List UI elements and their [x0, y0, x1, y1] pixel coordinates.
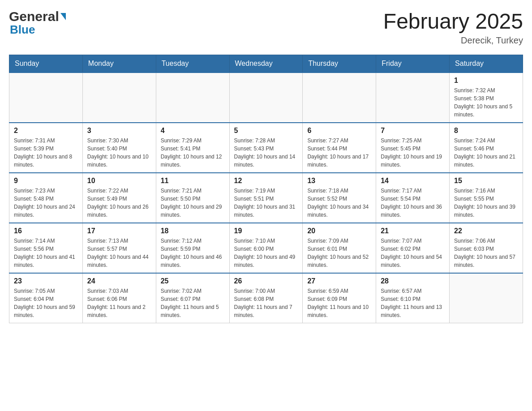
day-info: Sunrise: 7:19 AM Sunset: 5:51 PM Dayligh…: [234, 187, 298, 219]
day-cell: 24Sunrise: 7:03 AM Sunset: 6:06 PM Dayli…: [82, 273, 156, 323]
day-info: Sunrise: 7:12 AM Sunset: 5:59 PM Dayligh…: [161, 237, 225, 269]
day-number: 17: [87, 227, 151, 235]
week-row-4: 16Sunrise: 7:14 AM Sunset: 5:56 PM Dayli…: [9, 223, 523, 273]
calendar-table: Sunday Monday Tuesday Wednesday Thursday…: [9, 55, 523, 323]
day-cell: [450, 273, 523, 323]
day-cell: 15Sunrise: 7:16 AM Sunset: 5:55 PM Dayli…: [450, 173, 523, 223]
day-number: 22: [454, 227, 518, 235]
day-info: Sunrise: 7:18 AM Sunset: 5:52 PM Dayligh…: [307, 187, 371, 219]
day-info: Sunrise: 7:27 AM Sunset: 5:44 PM Dayligh…: [307, 137, 371, 169]
day-cell: 17Sunrise: 7:13 AM Sunset: 5:57 PM Dayli…: [82, 223, 156, 273]
day-info: Sunrise: 7:05 AM Sunset: 6:04 PM Dayligh…: [14, 287, 78, 319]
col-wednesday: Wednesday: [229, 55, 303, 73]
day-info: Sunrise: 7:07 AM Sunset: 6:02 PM Dayligh…: [381, 237, 445, 269]
day-info: Sunrise: 7:13 AM Sunset: 5:57 PM Dayligh…: [87, 237, 151, 269]
day-cell: 2Sunrise: 7:31 AM Sunset: 5:39 PM Daylig…: [9, 123, 83, 173]
day-number: 9: [14, 177, 78, 185]
day-info: Sunrise: 7:17 AM Sunset: 5:54 PM Dayligh…: [381, 187, 445, 219]
day-cell: 9Sunrise: 7:23 AM Sunset: 5:48 PM Daylig…: [9, 173, 83, 223]
day-number: 25: [161, 277, 225, 285]
day-info: Sunrise: 7:14 AM Sunset: 5:56 PM Dayligh…: [14, 237, 78, 269]
day-info: Sunrise: 6:57 AM Sunset: 6:10 PM Dayligh…: [381, 287, 445, 319]
col-saturday: Saturday: [450, 55, 523, 73]
day-number: 18: [161, 227, 225, 235]
day-info: Sunrise: 7:31 AM Sunset: 5:39 PM Dayligh…: [14, 137, 78, 169]
day-cell: 21Sunrise: 7:07 AM Sunset: 6:02 PM Dayli…: [376, 223, 450, 273]
logo: General Blue: [9, 9, 66, 35]
subtitle: Derecik, Turkey: [383, 35, 523, 46]
day-cell: 6Sunrise: 7:27 AM Sunset: 5:44 PM Daylig…: [303, 123, 376, 173]
day-cell: 27Sunrise: 6:59 AM Sunset: 6:09 PM Dayli…: [303, 273, 376, 323]
day-info: Sunrise: 7:02 AM Sunset: 6:07 PM Dayligh…: [161, 287, 225, 319]
day-info: Sunrise: 7:09 AM Sunset: 6:01 PM Dayligh…: [307, 237, 371, 269]
day-cell: 22Sunrise: 7:06 AM Sunset: 6:03 PM Dayli…: [450, 223, 523, 273]
day-cell: 20Sunrise: 7:09 AM Sunset: 6:01 PM Dayli…: [303, 223, 376, 273]
day-cell: 8Sunrise: 7:24 AM Sunset: 5:46 PM Daylig…: [450, 123, 523, 173]
day-cell: 18Sunrise: 7:12 AM Sunset: 5:59 PM Dayli…: [156, 223, 229, 273]
day-cell: 28Sunrise: 6:57 AM Sunset: 6:10 PM Dayli…: [376, 273, 450, 323]
day-cell: [82, 73, 156, 123]
day-number: 12: [234, 177, 298, 185]
day-info: Sunrise: 7:00 AM Sunset: 6:08 PM Dayligh…: [234, 287, 298, 319]
day-info: Sunrise: 7:16 AM Sunset: 5:55 PM Dayligh…: [454, 187, 518, 219]
col-sunday: Sunday: [9, 55, 83, 73]
day-info: Sunrise: 7:32 AM Sunset: 5:38 PM Dayligh…: [454, 86, 518, 119]
day-cell: 5Sunrise: 7:28 AM Sunset: 5:43 PM Daylig…: [229, 123, 303, 173]
col-thursday: Thursday: [303, 55, 376, 73]
day-number: 4: [161, 127, 225, 135]
main-title: February 2025: [383, 9, 523, 34]
day-info: Sunrise: 7:29 AM Sunset: 5:41 PM Dayligh…: [161, 137, 225, 169]
day-cell: 14Sunrise: 7:17 AM Sunset: 5:54 PM Dayli…: [376, 173, 450, 223]
day-number: 1: [454, 77, 518, 85]
day-cell: 10Sunrise: 7:22 AM Sunset: 5:49 PM Dayli…: [82, 173, 156, 223]
day-cell: [229, 73, 303, 123]
day-cell: 19Sunrise: 7:10 AM Sunset: 6:00 PM Dayli…: [229, 223, 303, 273]
week-row-5: 23Sunrise: 7:05 AM Sunset: 6:04 PM Dayli…: [9, 273, 523, 323]
day-cell: 3Sunrise: 7:30 AM Sunset: 5:40 PM Daylig…: [82, 123, 156, 173]
day-number: 10: [87, 177, 151, 185]
calendar-header-row: Sunday Monday Tuesday Wednesday Thursday…: [9, 55, 523, 73]
day-cell: [156, 73, 229, 123]
day-info: Sunrise: 7:21 AM Sunset: 5:50 PM Dayligh…: [161, 187, 225, 219]
day-cell: 26Sunrise: 7:00 AM Sunset: 6:08 PM Dayli…: [229, 273, 303, 323]
day-cell: 1Sunrise: 7:32 AM Sunset: 5:38 PM Daylig…: [450, 73, 523, 123]
day-cell: [376, 73, 450, 123]
col-tuesday: Tuesday: [156, 55, 229, 73]
day-number: 24: [87, 277, 151, 285]
day-info: Sunrise: 7:22 AM Sunset: 5:49 PM Dayligh…: [87, 187, 151, 219]
day-cell: 11Sunrise: 7:21 AM Sunset: 5:50 PM Dayli…: [156, 173, 229, 223]
day-cell: 12Sunrise: 7:19 AM Sunset: 5:51 PM Dayli…: [229, 173, 303, 223]
day-number: 7: [381, 127, 445, 135]
day-number: 27: [307, 277, 371, 285]
day-number: 16: [14, 227, 78, 235]
day-number: 23: [14, 277, 78, 285]
day-number: 28: [381, 277, 445, 285]
day-info: Sunrise: 7:10 AM Sunset: 6:00 PM Dayligh…: [234, 237, 298, 269]
day-number: 13: [307, 177, 371, 185]
day-info: Sunrise: 7:28 AM Sunset: 5:43 PM Dayligh…: [234, 137, 298, 169]
col-friday: Friday: [376, 55, 450, 73]
day-number: 3: [87, 127, 151, 135]
logo-blue-text: Blue: [10, 24, 35, 35]
day-number: 11: [161, 177, 225, 185]
day-number: 19: [234, 227, 298, 235]
day-cell: [9, 73, 83, 123]
week-row-2: 2Sunrise: 7:31 AM Sunset: 5:39 PM Daylig…: [9, 123, 523, 173]
day-number: 21: [381, 227, 445, 235]
day-cell: 4Sunrise: 7:29 AM Sunset: 5:41 PM Daylig…: [156, 123, 229, 173]
day-cell: 7Sunrise: 7:25 AM Sunset: 5:45 PM Daylig…: [376, 123, 450, 173]
day-cell: [303, 73, 376, 123]
logo-general-text: General: [9, 9, 66, 24]
week-row-1: 1Sunrise: 7:32 AM Sunset: 5:38 PM Daylig…: [9, 73, 523, 123]
day-number: 2: [14, 127, 78, 135]
day-cell: 23Sunrise: 7:05 AM Sunset: 6:04 PM Dayli…: [9, 273, 83, 323]
day-info: Sunrise: 7:06 AM Sunset: 6:03 PM Dayligh…: [454, 237, 518, 269]
day-info: Sunrise: 7:30 AM Sunset: 5:40 PM Dayligh…: [87, 137, 151, 169]
day-number: 20: [307, 227, 371, 235]
week-row-3: 9Sunrise: 7:23 AM Sunset: 5:48 PM Daylig…: [9, 173, 523, 223]
day-number: 8: [454, 127, 518, 135]
day-info: Sunrise: 6:59 AM Sunset: 6:09 PM Dayligh…: [307, 287, 371, 319]
day-number: 15: [454, 177, 518, 185]
col-monday: Monday: [82, 55, 156, 73]
day-cell: 16Sunrise: 7:14 AM Sunset: 5:56 PM Dayli…: [9, 223, 83, 273]
